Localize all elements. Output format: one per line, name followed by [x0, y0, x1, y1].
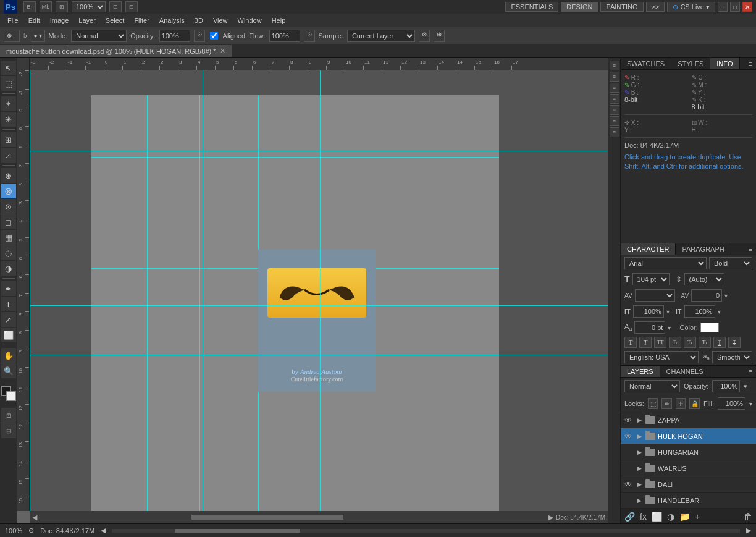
minimize-btn[interactable]: −	[718, 2, 728, 12]
sample-select[interactable]: Current Layer All Layers Current & Below	[347, 30, 415, 42]
language-select[interactable]: English: USA English: UK	[624, 351, 699, 363]
bridge-icon[interactable]: Br	[23, 1, 36, 12]
group-layers-btn[interactable]: 📁	[679, 512, 690, 522]
layers-more-btn[interactable]: ≡	[745, 366, 756, 377]
clone-source-btn[interactable]: ⊕	[434, 30, 445, 42]
antialiasing-select[interactable]: Smooth Sharp Crisp Strong None	[712, 351, 752, 363]
tab-info[interactable]: INFO	[710, 58, 739, 69]
ignore-adjustments-btn[interactable]: ⊗	[419, 30, 430, 42]
layer-item[interactable]: ▶WALRUS	[621, 460, 756, 476]
tab-layers[interactable]: LAYERS	[621, 366, 660, 377]
tracking-input[interactable]	[691, 289, 722, 302]
quick-mask-btn[interactable]: ⊡	[1, 408, 16, 423]
panel-ctrl-7[interactable]: ≡	[610, 127, 620, 137]
layer-expand-btn[interactable]: ▶	[636, 481, 643, 488]
pen-tool[interactable]: ✒	[1, 281, 16, 296]
hscrollbar[interactable]: ◀ ▶ Doc: 84.4K/2.17M	[30, 511, 608, 523]
hscroll-thumb[interactable]	[191, 515, 343, 520]
hand-tool[interactable]: ✋	[1, 348, 16, 363]
pressure-flow-btn[interactable]: ⊙	[304, 30, 315, 42]
tab-paragraph[interactable]: PARAGRAPH	[676, 243, 731, 255]
hscale-input[interactable]	[684, 305, 715, 318]
menu-image[interactable]: Image	[45, 15, 74, 25]
layer-expand-btn[interactable]: ▶	[636, 449, 643, 456]
close-btn[interactable]: ✕	[742, 2, 752, 12]
baseline-input[interactable]	[634, 321, 665, 334]
flow-input[interactable]	[269, 30, 300, 42]
layer-item[interactable]: 👁▶ZAPPA	[621, 412, 756, 428]
hscale-arrow[interactable]: ▾	[718, 308, 721, 315]
layer-expand-btn[interactable]: ▶	[636, 416, 643, 424]
layer-visibility-toggle[interactable]: 👁	[623, 431, 633, 441]
delete-layer-btn[interactable]: 🗑	[744, 512, 752, 522]
doc-tab[interactable]: moustache button download.psd @ 100% (HU…	[0, 45, 232, 57]
type-tool[interactable]: T	[1, 297, 16, 311]
lock-position-btn[interactable]: ✛	[676, 398, 686, 409]
underline-btn[interactable]: T	[713, 337, 726, 348]
panel-ctrl-1[interactable]: ≡	[610, 61, 620, 70]
arrange-icon[interactable]: ⊞	[56, 1, 68, 12]
panel-ctrl-5[interactable]: ≡	[610, 105, 620, 115]
font-size-select[interactable]: 104 pt 72 pt 48 pt	[632, 273, 670, 285]
fill-input[interactable]	[718, 397, 746, 410]
crop-tool[interactable]: ⊞	[1, 132, 16, 147]
layer-mode-select[interactable]: Normal Multiply Screen	[624, 380, 680, 392]
lock-all-btn[interactable]: 🔒	[689, 398, 700, 409]
strikethrough-btn[interactable]: T	[728, 337, 741, 348]
restore-btn[interactable]: □	[730, 2, 740, 12]
kerning-select[interactable]: Metrics Optical	[635, 289, 675, 302]
more-btn[interactable]: >>	[646, 2, 665, 12]
layer-item[interactable]: 👁▶DALi	[621, 476, 756, 493]
aligned-checkbox[interactable]	[210, 32, 218, 40]
fill-arrow[interactable]: ▾	[749, 400, 752, 407]
tab-channels[interactable]: CHANNELS	[660, 366, 710, 377]
essentials-btn[interactable]: ESSENTIALS	[505, 2, 558, 12]
super-btn[interactable]: Tr	[684, 337, 696, 348]
adjustment-btn[interactable]: ◑	[667, 512, 674, 522]
design-btn[interactable]: DESIGN	[561, 2, 598, 12]
text-color-swatch[interactable]	[700, 323, 719, 332]
zoom-select[interactable]: 100% 50% 200%	[72, 1, 106, 12]
baseline-arrow[interactable]: ▾	[668, 324, 671, 331]
opacity-input[interactable]	[159, 30, 190, 42]
char-panel-more[interactable]: ≡	[745, 243, 756, 255]
extra-icon[interactable]: ⊟	[125, 1, 138, 12]
panel-more-btn[interactable]: ≡	[745, 58, 756, 69]
lock-transparent-btn[interactable]: ⬚	[648, 398, 658, 409]
layer-visibility-toggle[interactable]	[623, 463, 633, 473]
new-layer-btn[interactable]: +	[695, 512, 700, 522]
panel-ctrl-4[interactable]: ≡	[610, 94, 620, 104]
marquee-tool[interactable]: ⬚	[1, 76, 16, 91]
status-arrow-left[interactable]: ◀	[101, 526, 106, 535]
lock-image-btn[interactable]: ✏	[662, 398, 672, 409]
menu-help[interactable]: Help	[267, 15, 291, 25]
blur-tool[interactable]: ◌	[1, 245, 16, 260]
eyedropper-tool[interactable]: ⊿	[1, 148, 16, 163]
lasso-tool[interactable]: ⌖	[1, 96, 16, 111]
bold-btn[interactable]: T	[624, 337, 637, 348]
menu-file[interactable]: File	[2, 15, 23, 25]
leading-select[interactable]: (Auto) 120 pt	[684, 273, 724, 285]
layer-visibility-toggle[interactable]: 👁	[623, 480, 633, 489]
italic-btn[interactable]: T	[639, 337, 652, 348]
layer-opacity-input[interactable]	[712, 380, 740, 392]
allcaps-btn[interactable]: TT	[654, 337, 666, 348]
menu-select[interactable]: Select	[101, 15, 130, 25]
gradient-tool[interactable]: ▦	[1, 230, 16, 245]
pressure-opacity-btn[interactable]: ⊙	[194, 30, 205, 42]
status-arrow-right[interactable]: ▶	[746, 526, 751, 535]
layer-item[interactable]: ▶HANDLEBAR	[621, 493, 756, 509]
tracking-arrow[interactable]: ▾	[724, 292, 728, 299]
path-selection-tool[interactable]: ↗	[1, 312, 16, 327]
tab-styles[interactable]: STYLES	[671, 58, 710, 69]
layer-visibility-toggle[interactable]: 👁	[623, 415, 633, 425]
move-tool[interactable]: ↖	[1, 61, 16, 75]
menu-edit[interactable]: Edit	[23, 15, 45, 25]
canvas-viewport[interactable]: by Andrea Austoni Cutelittlefactory.com	[30, 70, 608, 511]
smallcaps-btn[interactable]: Tr	[669, 337, 681, 348]
sub-btn[interactable]: Tr	[699, 337, 711, 348]
menu-view[interactable]: View	[208, 15, 233, 25]
layer-expand-btn[interactable]: ▶	[636, 465, 643, 472]
menu-filter[interactable]: Filter	[129, 15, 154, 25]
cslive-btn[interactable]: ⊙ CS Live ▾	[667, 2, 715, 12]
